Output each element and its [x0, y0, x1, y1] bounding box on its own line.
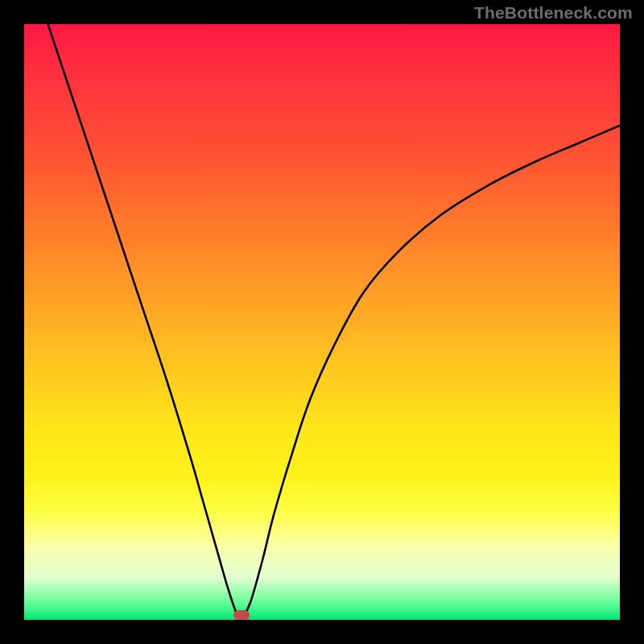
watermark-text: TheBottleneck.com: [474, 3, 633, 23]
chart-frame: TheBottleneck.com: [0, 0, 644, 644]
plot-area: [24, 24, 620, 620]
bottleneck-curve: [24, 24, 620, 620]
optimal-point-marker: [233, 610, 250, 620]
